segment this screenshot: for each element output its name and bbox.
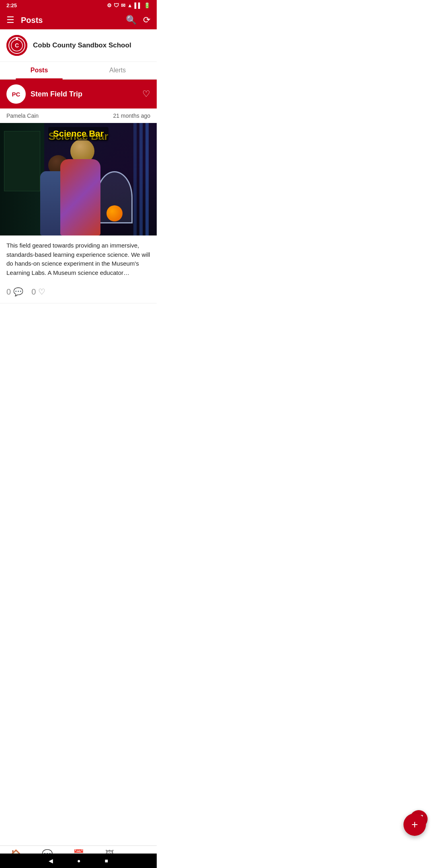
refresh-button[interactable]: ⟳ <box>143 15 150 25</box>
tab-posts[interactable]: Posts <box>0 62 78 79</box>
image-inner: Science Bar <box>0 123 157 235</box>
school-logo[interactable]: C <box>6 35 27 56</box>
tab-alerts[interactable]: Alerts <box>78 62 157 79</box>
status-bar: 2:25 ⚙ 🛡 ✉ ▲ ▌▌ 🔋 <box>0 0 157 11</box>
like-icon: ♡ <box>38 287 45 297</box>
svg-text:C: C <box>15 42 19 49</box>
shield-icon: 🛡 <box>114 2 119 8</box>
like-count: 0 <box>31 287 36 297</box>
post-timestamp: 21 months ago <box>113 113 150 119</box>
post-body: This field geared towards providing an i… <box>0 235 157 283</box>
tabs-container: Posts Alerts <box>0 62 157 80</box>
post-card: PC Stem Field Trip ♡ Pamela Cain 21 mont… <box>0 80 157 303</box>
post-header: PC Stem Field Trip ♡ <box>0 80 157 108</box>
school-name: Cobb County Sandbox School <box>33 41 131 49</box>
post-actions: 0 💬 0 ♡ <box>0 283 157 303</box>
avatar: PC <box>6 84 26 104</box>
ball-decoration <box>106 205 123 221</box>
battery-icon: 🔋 <box>144 2 150 8</box>
likes-button[interactable]: 0 ♡ <box>31 287 45 297</box>
page-title: Posts <box>21 16 119 25</box>
mail-icon: ✉ <box>121 2 125 8</box>
post-meta: Pamela Cain 21 months ago <box>0 108 157 123</box>
wifi-icon: ▲ <box>127 2 133 8</box>
school-header: C Cobb County Sandbox School <box>0 29 157 62</box>
status-icons: ⚙ 🛡 ✉ ▲ ▌▌ 🔋 <box>107 2 150 8</box>
post-title: Stem Field Trip <box>31 90 137 98</box>
comment-icon: 💬 <box>13 287 23 297</box>
comments-button[interactable]: 0 💬 <box>6 287 23 297</box>
author-name: Pamela Cain <box>6 113 39 119</box>
signal-icon: ▌▌ <box>135 2 142 8</box>
settings-icon: ⚙ <box>107 2 112 8</box>
favorite-button[interactable]: ♡ <box>142 89 150 99</box>
svg-point-4 <box>16 38 18 40</box>
status-time: 2:25 <box>6 2 17 8</box>
top-nav: ☰ Posts 🔍 ⟳ <box>0 11 157 29</box>
post-image[interactable]: Science Bar <box>0 123 157 235</box>
search-button[interactable]: 🔍 <box>126 15 137 25</box>
menu-button[interactable]: ☰ <box>6 15 14 25</box>
comment-count: 0 <box>6 287 11 297</box>
